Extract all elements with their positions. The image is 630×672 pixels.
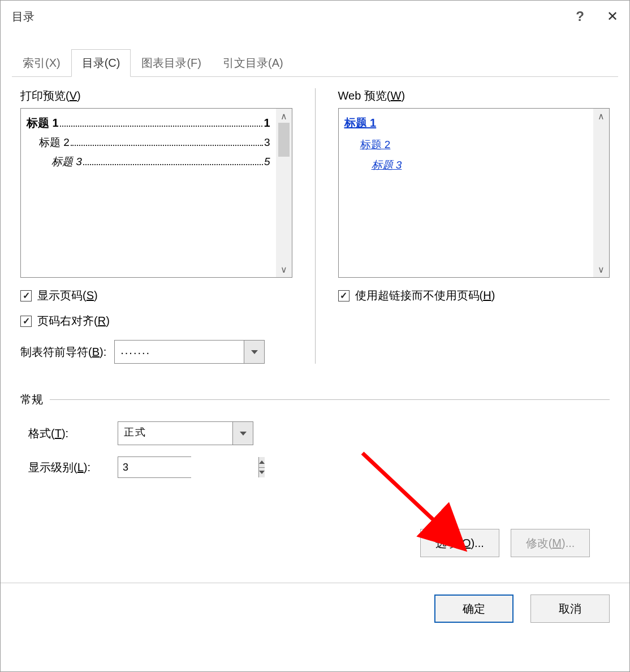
tab-citations[interactable]: 引文目录(A) [212,49,294,77]
use-hyperlinks-row: 使用超链接而不使用页码(H) [338,288,610,303]
right-align-label: 页码右对齐(R) [37,313,110,329]
ok-button[interactable]: 确定 [434,595,514,623]
leader-dots [83,164,263,165]
web-preview-content: 标题 1 标题 2 标题 3 [339,109,594,277]
format-label: 格式(T): [28,426,102,441]
right-align-checkbox[interactable] [20,316,32,327]
web-preview-label: Web 预览(W) [338,88,610,104]
scroll-down-icon[interactable]: ∨ [598,264,605,275]
options-button-row: 选项(O)... 修改(M)... [20,529,610,566]
scroll-down-icon[interactable]: ∨ [281,264,287,275]
tab-strip: 索引(X) 目录(C) 图表目录(F) 引文目录(A) [1,49,629,77]
tab-leader-dropdown[interactable]: ....... [114,340,265,364]
tab-leader-label: 制表符前导符(B): [20,344,106,360]
tab-index[interactable]: 索引(X) [12,49,71,77]
options-button[interactable]: 选项(O)... [420,529,499,557]
titlebar: 目录 ? ✕ [1,1,629,32]
cancel-button[interactable]: 取消 [530,595,610,623]
vertical-divider [315,88,316,364]
levels-label: 显示级别(L): [28,460,102,475]
print-preview-label: 打印预览(V) [20,88,292,104]
preview-row: 打印预览(V) 标题 1 1 标题 2 3 标题 3 [20,88,610,364]
print-preview-content: 标题 1 1 标题 2 3 标题 3 5 [21,109,276,277]
dropdown-arrow-icon[interactable] [244,341,264,363]
scroll-up-icon[interactable]: ∧ [598,111,605,122]
show-page-numbers-checkbox[interactable] [20,290,32,301]
dropdown-arrow-icon[interactable] [232,422,253,445]
levels-spinner[interactable] [118,456,191,478]
general-section-header: 常规 [20,392,610,407]
tab-leader-value: ....... [115,341,244,363]
toc-entry-1: 标题 1 1 [27,115,270,131]
web-link-3[interactable]: 标题 3 [372,158,588,173]
print-preview-box: 标题 1 1 标题 2 3 标题 3 5 [20,108,292,278]
tab-figures[interactable]: 图表目录(F) [131,49,212,77]
footer-buttons: 确定 取消 [1,595,629,634]
format-value: 正式 [118,422,232,445]
levels-row: 显示级别(L): [28,456,610,478]
titlebar-controls: ? ✕ [576,8,618,24]
right-align-row: 页码右对齐(R) [20,313,292,329]
print-preview-scrollbar[interactable]: ∧ ∨ [276,109,292,277]
format-dropdown[interactable]: 正式 [118,421,253,445]
content-area: 打印预览(V) 标题 1 1 标题 2 3 标题 3 [1,77,629,577]
toc-entry-3: 标题 3 5 [51,154,270,169]
toc-entry-2: 标题 2 3 [39,135,270,150]
footer-separator [1,583,629,583]
print-preview-col: 打印预览(V) 标题 1 1 标题 2 3 标题 3 [20,88,292,364]
tab-leader-row: 制表符前导符(B): ....... [20,340,292,364]
use-hyperlinks-label: 使用超链接而不使用页码(H) [355,288,495,303]
levels-input[interactable] [118,457,258,477]
leader-dots [71,145,263,146]
scroll-up-icon[interactable]: ∧ [281,111,287,122]
leader-dots [60,126,263,127]
web-link-1[interactable]: 标题 1 [344,115,588,131]
use-hyperlinks-checkbox[interactable] [338,290,349,301]
spinner-buttons [258,457,265,477]
close-button[interactable]: ✕ [607,8,618,24]
tab-toc[interactable]: 目录(C) [71,49,131,77]
show-page-numbers-row: 显示页码(S) [20,288,292,303]
spinner-down-icon[interactable] [259,468,265,478]
section-divider [50,399,610,400]
web-link-2[interactable]: 标题 2 [360,137,588,152]
scroll-thumb[interactable] [278,123,290,157]
web-preview-col: Web 预览(W) 标题 1 标题 2 标题 3 ∧ ∨ 使用超链接而不使用页码… [338,88,610,364]
dialog-title: 目录 [12,9,34,24]
web-preview-scrollbar[interactable]: ∧ ∨ [593,109,609,277]
format-row: 格式(T): 正式 [28,421,610,445]
general-grid: 格式(T): 正式 显示级别(L): [28,421,610,478]
modify-button[interactable]: 修改(M)... [511,529,590,557]
show-page-numbers-label: 显示页码(S) [37,288,98,303]
help-button[interactable]: ? [576,8,584,24]
web-preview-box: 标题 1 标题 2 标题 3 ∧ ∨ [338,108,610,278]
spinner-up-icon[interactable] [259,457,265,468]
